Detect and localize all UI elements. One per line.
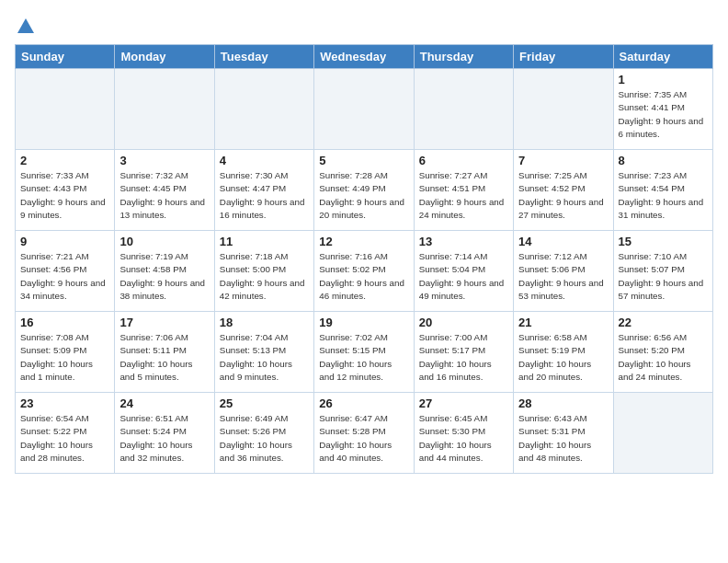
day-number: 12 xyxy=(319,235,408,248)
calendar-day-cell: 9Sunrise: 7:21 AM Sunset: 4:56 PM Daylig… xyxy=(16,231,115,312)
calendar-day-cell xyxy=(314,69,414,150)
calendar-day-cell: 3Sunrise: 7:32 AM Sunset: 4:45 PM Daylig… xyxy=(115,150,214,231)
calendar-day-cell: 18Sunrise: 7:04 AM Sunset: 5:13 PM Dayli… xyxy=(214,312,313,393)
calendar-day-cell xyxy=(16,69,115,150)
day-number: 15 xyxy=(619,235,708,248)
day-info: Sunrise: 7:25 AM Sunset: 4:52 PM Dayligh… xyxy=(518,169,608,222)
day-of-week-header: Friday xyxy=(514,45,613,69)
calendar-day-cell: 8Sunrise: 7:23 AM Sunset: 4:54 PM Daylig… xyxy=(613,150,712,231)
day-info: Sunrise: 6:56 AM Sunset: 5:20 PM Dayligh… xyxy=(619,331,708,384)
day-info: Sunrise: 6:47 AM Sunset: 5:28 PM Dayligh… xyxy=(319,412,408,465)
day-number: 7 xyxy=(518,154,608,167)
day-number: 11 xyxy=(220,235,309,248)
day-info: Sunrise: 6:51 AM Sunset: 5:24 PM Dayligh… xyxy=(119,412,209,465)
day-number: 19 xyxy=(319,316,408,329)
calendar-day-cell: 12Sunrise: 7:16 AM Sunset: 5:02 PM Dayli… xyxy=(314,231,414,312)
day-number: 21 xyxy=(518,316,608,329)
day-info: Sunrise: 7:08 AM Sunset: 5:09 PM Dayligh… xyxy=(20,331,109,384)
day-number: 17 xyxy=(119,316,209,329)
day-info: Sunrise: 6:43 AM Sunset: 5:31 PM Dayligh… xyxy=(518,412,608,465)
day-info: Sunrise: 7:14 AM Sunset: 5:04 PM Dayligh… xyxy=(419,250,508,303)
day-of-week-header: Wednesday xyxy=(314,45,414,69)
day-number: 28 xyxy=(518,396,608,410)
calendar-day-cell xyxy=(613,393,712,474)
calendar-day-cell: 11Sunrise: 7:18 AM Sunset: 5:00 PM Dayli… xyxy=(214,231,313,312)
day-info: Sunrise: 7:18 AM Sunset: 5:00 PM Dayligh… xyxy=(220,250,309,303)
day-number: 3 xyxy=(119,154,209,167)
day-info: Sunrise: 7:19 AM Sunset: 4:58 PM Dayligh… xyxy=(119,250,209,303)
day-number: 20 xyxy=(419,316,508,329)
calendar-day-cell: 13Sunrise: 7:14 AM Sunset: 5:04 PM Dayli… xyxy=(414,231,513,312)
calendar-week-row: 9Sunrise: 7:21 AM Sunset: 4:56 PM Daylig… xyxy=(16,231,713,312)
calendar-day-cell: 2Sunrise: 7:33 AM Sunset: 4:43 PM Daylig… xyxy=(16,150,115,231)
calendar-day-cell xyxy=(214,69,313,150)
day-info: Sunrise: 7:23 AM Sunset: 4:54 PM Dayligh… xyxy=(619,169,708,222)
calendar-day-cell: 23Sunrise: 6:54 AM Sunset: 5:22 PM Dayli… xyxy=(16,393,115,474)
day-of-week-header: Sunday xyxy=(16,45,115,69)
day-number: 5 xyxy=(319,154,408,167)
day-info: Sunrise: 6:54 AM Sunset: 5:22 PM Dayligh… xyxy=(20,412,109,465)
day-number: 8 xyxy=(619,154,708,167)
day-number: 25 xyxy=(220,396,309,410)
calendar-week-row: 2Sunrise: 7:33 AM Sunset: 4:43 PM Daylig… xyxy=(16,150,713,231)
day-info: Sunrise: 7:28 AM Sunset: 4:49 PM Dayligh… xyxy=(319,169,408,222)
day-of-week-header: Thursday xyxy=(414,45,513,69)
day-number: 18 xyxy=(220,316,309,329)
day-number: 2 xyxy=(20,154,109,167)
calendar-header-row: SundayMondayTuesdayWednesdayThursdayFrid… xyxy=(16,45,713,69)
day-info: Sunrise: 7:35 AM Sunset: 4:41 PM Dayligh… xyxy=(619,88,708,141)
calendar-day-cell: 4Sunrise: 7:30 AM Sunset: 4:47 PM Daylig… xyxy=(214,150,313,231)
calendar-day-cell: 27Sunrise: 6:45 AM Sunset: 5:30 PM Dayli… xyxy=(414,393,513,474)
calendar-day-cell: 24Sunrise: 6:51 AM Sunset: 5:24 PM Dayli… xyxy=(115,393,214,474)
day-info: Sunrise: 7:10 AM Sunset: 5:07 PM Dayligh… xyxy=(619,250,708,303)
calendar: SundayMondayTuesdayWednesdayThursdayFrid… xyxy=(15,44,713,474)
calendar-day-cell: 25Sunrise: 6:49 AM Sunset: 5:26 PM Dayli… xyxy=(214,393,313,474)
calendar-day-cell: 15Sunrise: 7:10 AM Sunset: 5:07 PM Dayli… xyxy=(613,231,712,312)
day-number: 26 xyxy=(319,396,408,410)
day-of-week-header: Saturday xyxy=(613,45,712,69)
logo-icon xyxy=(16,17,36,37)
calendar-day-cell: 21Sunrise: 6:58 AM Sunset: 5:19 PM Dayli… xyxy=(514,312,613,393)
day-info: Sunrise: 7:00 AM Sunset: 5:17 PM Dayligh… xyxy=(419,331,508,384)
day-of-week-header: Tuesday xyxy=(214,45,313,69)
calendar-day-cell: 5Sunrise: 7:28 AM Sunset: 4:49 PM Daylig… xyxy=(314,150,414,231)
day-info: Sunrise: 7:33 AM Sunset: 4:43 PM Dayligh… xyxy=(20,169,109,222)
calendar-week-row: 16Sunrise: 7:08 AM Sunset: 5:09 PM Dayli… xyxy=(16,312,713,393)
day-info: Sunrise: 7:30 AM Sunset: 4:47 PM Dayligh… xyxy=(220,169,309,222)
day-number: 24 xyxy=(119,396,209,410)
calendar-day-cell: 7Sunrise: 7:25 AM Sunset: 4:52 PM Daylig… xyxy=(514,150,613,231)
calendar-week-row: 1Sunrise: 7:35 AM Sunset: 4:41 PM Daylig… xyxy=(16,69,713,150)
calendar-day-cell: 17Sunrise: 7:06 AM Sunset: 5:11 PM Dayli… xyxy=(115,312,214,393)
day-number: 9 xyxy=(20,235,109,248)
day-number: 27 xyxy=(419,396,508,410)
day-number: 10 xyxy=(119,235,209,248)
calendar-day-cell xyxy=(414,69,513,150)
day-info: Sunrise: 7:12 AM Sunset: 5:06 PM Dayligh… xyxy=(518,250,608,303)
day-number: 4 xyxy=(220,154,309,167)
svg-marker-0 xyxy=(17,18,34,33)
day-of-week-header: Monday xyxy=(115,45,214,69)
day-number: 23 xyxy=(20,396,109,410)
day-number: 1 xyxy=(619,73,708,86)
day-info: Sunrise: 7:32 AM Sunset: 4:45 PM Dayligh… xyxy=(119,169,209,222)
logo-text xyxy=(15,15,36,37)
day-info: Sunrise: 6:58 AM Sunset: 5:19 PM Dayligh… xyxy=(518,331,608,384)
calendar-day-cell: 16Sunrise: 7:08 AM Sunset: 5:09 PM Dayli… xyxy=(16,312,115,393)
calendar-day-cell: 20Sunrise: 7:00 AM Sunset: 5:17 PM Dayli… xyxy=(414,312,513,393)
calendar-day-cell: 14Sunrise: 7:12 AM Sunset: 5:06 PM Dayli… xyxy=(514,231,613,312)
calendar-day-cell: 10Sunrise: 7:19 AM Sunset: 4:58 PM Dayli… xyxy=(115,231,214,312)
day-info: Sunrise: 7:27 AM Sunset: 4:51 PM Dayligh… xyxy=(419,169,508,222)
day-info: Sunrise: 6:49 AM Sunset: 5:26 PM Dayligh… xyxy=(220,412,309,465)
day-number: 22 xyxy=(619,316,708,329)
calendar-day-cell: 1Sunrise: 7:35 AM Sunset: 4:41 PM Daylig… xyxy=(613,69,712,150)
day-number: 6 xyxy=(419,154,508,167)
calendar-week-row: 23Sunrise: 6:54 AM Sunset: 5:22 PM Dayli… xyxy=(16,393,713,474)
day-number: 13 xyxy=(419,235,508,248)
day-info: Sunrise: 7:21 AM Sunset: 4:56 PM Dayligh… xyxy=(20,250,109,303)
day-info: Sunrise: 7:06 AM Sunset: 5:11 PM Dayligh… xyxy=(119,331,209,384)
calendar-day-cell: 26Sunrise: 6:47 AM Sunset: 5:28 PM Dayli… xyxy=(314,393,414,474)
calendar-day-cell: 6Sunrise: 7:27 AM Sunset: 4:51 PM Daylig… xyxy=(414,150,513,231)
day-info: Sunrise: 7:16 AM Sunset: 5:02 PM Dayligh… xyxy=(319,250,408,303)
day-number: 16 xyxy=(20,316,109,329)
page-header xyxy=(15,15,713,35)
